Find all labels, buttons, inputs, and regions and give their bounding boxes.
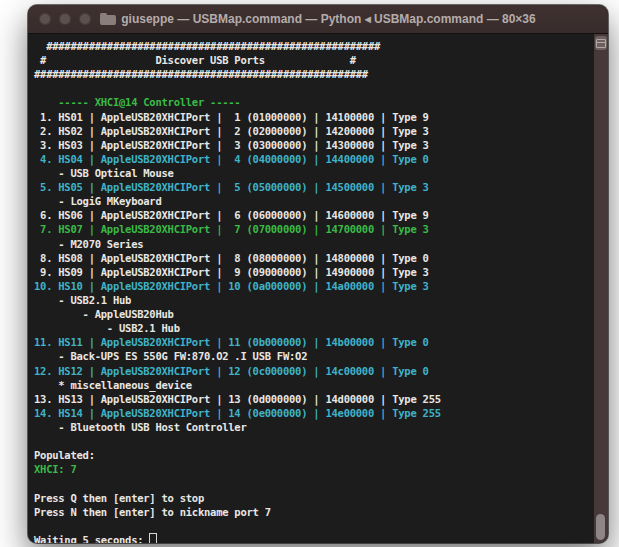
terminal-line: 8. HS08 | AppleUSB20XHCIPort | 8 (080000… [34,251,594,265]
terminal-line: - AppleUSB20Hub [34,307,594,321]
desktop-wallpaper: giuseppe — USBMap.command — Python ◂ USB… [0,0,619,547]
terminal-line: 7. HS07 | AppleUSB20XHCIPort | 7 (070000… [34,222,594,236]
terminal-window: giuseppe — USBMap.command — Python ◂ USB… [28,5,608,543]
terminal-line-text: ########################################… [34,68,368,80]
terminal-line: Waiting 5 seconds: [34,533,594,543]
terminal-line: - LogiG MKeyboard [34,194,594,208]
terminal-body: ########################################… [28,34,608,543]
terminal-line-text: Waiting 5 seconds: [34,534,149,543]
terminal-line: Press N then [enter] to nickname port 7 [34,505,594,519]
minimize-button[interactable] [59,13,71,25]
terminal-line: ########################################… [34,39,594,53]
terminal-line: 9. HS09 | AppleUSB20XHCIPort | 9 (090000… [34,265,594,279]
terminal-line [34,476,594,490]
terminal-output: ########################################… [28,34,594,543]
terminal-line-text: 4. HS04 | AppleUSB20XHCIPort | 4 (040000… [34,153,429,165]
terminal-line: 1. HS01 | AppleUSB20XHCIPort | 1 (010000… [34,110,594,124]
terminal-line: XHCI: 7 [34,462,594,476]
titlebar[interactable]: giuseppe — USBMap.command — Python ◂ USB… [28,5,608,34]
terminal-line: 6. HS06 | AppleUSB20XHCIPort | 6 (060000… [34,208,594,222]
folder-proxy-icon[interactable] [100,13,116,25]
terminal-line-text: # Discover USB Ports # [34,54,356,66]
terminal-line-text: XHCI: 7 [34,463,77,475]
terminal-line: * miscellaneous_device [34,378,594,392]
scrollbar-track[interactable] [594,52,608,543]
split-pane-button[interactable] [595,36,607,50]
zoom-button[interactable] [79,13,91,25]
terminal-line [34,81,594,95]
terminal-line: 14. HS14 | AppleUSB20XHCIPort | 14 (0e00… [34,406,594,420]
terminal-line-text: 10. HS10 | AppleUSB20XHCIPort | 10 (0a00… [34,280,429,292]
terminal-line: - Back-UPS ES 550G FW:870.O2 .I USB FW:O… [34,349,594,363]
terminal-line [34,519,594,533]
terminal-line: Press Q then [enter] to stop [34,491,594,505]
terminal-line: Populated: [34,448,594,462]
terminal-line: 3. HS03 | AppleUSB20XHCIPort | 3 (030000… [34,138,594,152]
terminal-line-text: Press Q then [enter] to stop [34,492,204,504]
terminal-line-text: 2. HS02 | AppleUSB20XHCIPort | 2 (020000… [34,125,429,137]
terminal-line-text: 13. HS13 | AppleUSB20XHCIPort | 13 (0d00… [34,393,441,405]
terminal-line-text: ----- XHCI@14 Controller ----- [34,96,240,108]
terminal-line: ----- XHCI@14 Controller ----- [34,95,594,109]
terminal-line: ########################################… [34,67,594,81]
terminal-line: - USB Optical Mouse [34,166,594,180]
terminal-line-text: 11. HS11 | AppleUSB20XHCIPort | 11 (0b00… [34,336,429,348]
terminal-line: 13. HS13 | AppleUSB20XHCIPort | 13 (0d00… [34,392,594,406]
terminal-line-text: ########################################… [34,40,380,52]
terminal-line-text: - LogiG MKeyboard [34,195,162,207]
terminal-line-text: 7. HS07 | AppleUSB20XHCIPort | 7 (070000… [34,223,429,235]
terminal-line-text: Press N then [enter] to nickname port 7 [34,506,271,518]
terminal-line-text: 1. HS01 | AppleUSB20XHCIPort | 1 (010000… [34,111,429,123]
terminal-line-text: Populated: [34,449,95,461]
terminal-line [34,434,594,448]
terminal-cursor [149,533,157,543]
terminal-line: 12. HS12 | AppleUSB20XHCIPort | 12 (0c00… [34,364,594,378]
terminal-line-text: 3. HS03 | AppleUSB20XHCIPort | 3 (030000… [34,139,429,151]
terminal-line: 5. HS05 | AppleUSB20XHCIPort | 5 (050000… [34,180,594,194]
terminal-line-text: - USB2.1 Hub [34,322,180,334]
terminal-line-text: 12. HS12 | AppleUSB20XHCIPort | 12 (0c00… [34,365,429,377]
terminal-line: - USB2.1 Hub [34,293,594,307]
terminal-line-text: - Bluetooth USB Host Controller [34,421,247,433]
terminal-line: # Discover USB Ports # [34,53,594,67]
terminal-line: 2. HS02 | AppleUSB20XHCIPort | 2 (020000… [34,124,594,138]
close-button[interactable] [39,13,51,25]
terminal-line: 10. HS10 | AppleUSB20XHCIPort | 10 (0a00… [34,279,594,293]
terminal-line-text: - AppleUSB20Hub [34,308,174,320]
scrollbar-thumb[interactable] [596,514,605,540]
terminal-line-text: 5. HS05 | AppleUSB20XHCIPort | 5 (050000… [34,181,429,193]
terminal-line: - M2070 Series [34,237,594,251]
terminal-line: 4. HS04 | AppleUSB20XHCIPort | 4 (040000… [34,152,594,166]
traffic-lights [39,5,91,33]
terminal-line-text: - USB2.1 Hub [34,294,131,306]
split-pane-icon [596,39,606,48]
terminal-line-text: - Back-UPS ES 550G FW:870.O2 .I USB FW:O… [34,350,307,362]
terminal-line-text: 9. HS09 | AppleUSB20XHCIPort | 9 (090000… [34,266,429,278]
terminal-line-text: 8. HS08 | AppleUSB20XHCIPort | 8 (080000… [34,252,429,264]
terminal-line-text: 6. HS06 | AppleUSB20XHCIPort | 6 (060000… [34,209,429,221]
terminal-line: - USB2.1 Hub [34,321,594,335]
title-group: giuseppe — USBMap.command — Python ◂ USB… [100,12,535,26]
terminal-line: - Bluetooth USB Host Controller [34,420,594,434]
terminal-line-text: 14. HS14 | AppleUSB20XHCIPort | 14 (0e00… [34,407,441,419]
terminal-line-text: * miscellaneous_device [34,379,192,391]
terminal-line-text: - M2070 Series [34,238,143,250]
scrollbar-column [594,34,608,543]
terminal-line: 11. HS11 | AppleUSB20XHCIPort | 11 (0b00… [34,335,594,349]
window-title: giuseppe — USBMap.command — Python ◂ USB… [121,12,535,26]
terminal-line-text: - USB Optical Mouse [34,167,174,179]
